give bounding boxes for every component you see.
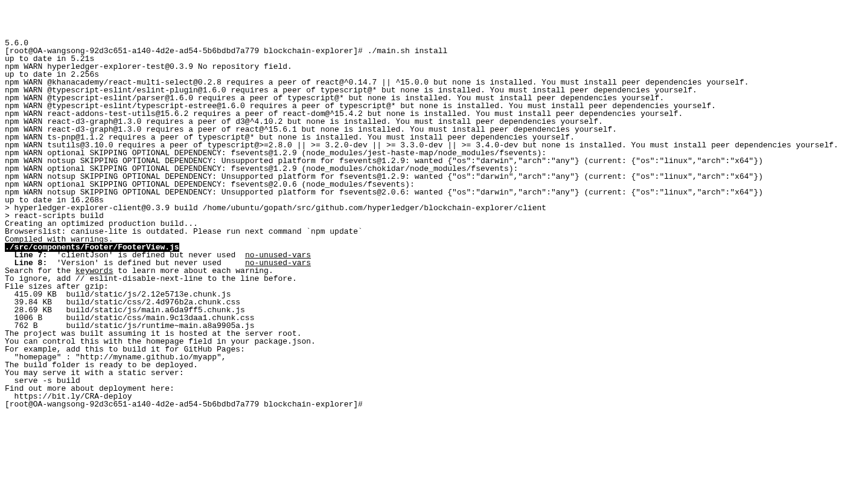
tail-lines: The project was built assuming it is hos… [5, 330, 866, 408]
log-line: You may serve it with a static server: [5, 369, 866, 377]
terminal-output[interactable]: 5.6.0[root@OA-wangsong-92d3c651-a140-4d2… [0, 39, 868, 411]
file-sizes: 415.09 KB build/static/js/2.12e5713e.chu… [5, 291, 866, 330]
ignore-line-hint: To ignore, add // eslint-disable-next-li… [5, 275, 866, 283]
log-line: npm WARN hyperledger-explorer-test@0.3.9… [5, 63, 866, 71]
log-line: [root@OA-wangsong-92d3c651-a140-4d2e-ad5… [5, 400, 866, 408]
log-line: npm WARN notsup SKIPPING OPTIONAL DEPEND… [5, 188, 866, 196]
log-line: > hyperledger-explorer-client@0.3.9 buil… [5, 204, 866, 212]
log-line: Find out more about deployment here: [5, 385, 866, 393]
log-line: [root@OA-wangsong-92d3c651-a140-4d2e-ad5… [5, 47, 866, 55]
log-line: Browserslist: caniuse-lite is outdated. … [5, 228, 866, 236]
log-lines: 5.6.0[root@OA-wangsong-92d3c651-a140-4d2… [5, 39, 866, 243]
